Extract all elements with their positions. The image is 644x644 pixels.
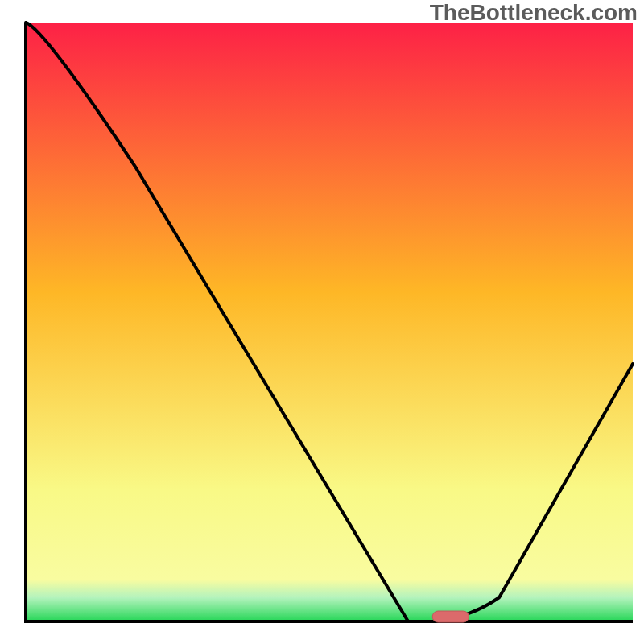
frame-left bbox=[0, 0, 26, 644]
bottleneck-chart bbox=[0, 0, 644, 644]
frame-bottom bbox=[0, 621, 644, 644]
frame-right bbox=[633, 0, 644, 644]
gradient-background bbox=[26, 23, 633, 621]
watermark-text: TheBottleneck.com bbox=[430, 0, 638, 26]
chart-container: { "watermark": "TheBottleneck.com", "col… bbox=[0, 0, 644, 644]
optimum-marker bbox=[432, 611, 469, 622]
